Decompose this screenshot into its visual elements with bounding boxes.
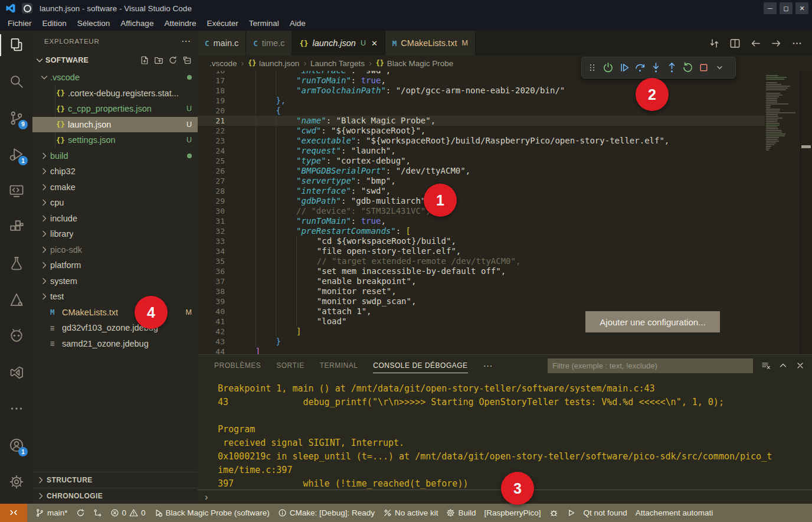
status-auto-attach[interactable]: Attachement automati xyxy=(636,508,713,517)
tree-item-launch-json[interactable]: {}launch.jsonU xyxy=(32,117,198,133)
menu-fichier[interactable]: Fichier xyxy=(2,17,37,31)
debug-step-out-button[interactable] xyxy=(664,60,680,76)
menu-edition[interactable]: Edition xyxy=(37,17,72,31)
breadcrumb-item[interactable]: Launch Targets xyxy=(310,59,365,68)
maximize-button[interactable]: ◻ xyxy=(780,2,793,14)
status-run-target[interactable] xyxy=(567,508,575,517)
menu-terminal[interactable]: Terminal xyxy=(244,17,284,31)
status-qt-status[interactable]: Qt not found xyxy=(584,508,627,517)
menu-atteindre[interactable]: Atteindre xyxy=(159,17,201,31)
remote-indicator[interactable] xyxy=(0,504,27,522)
status-git-compare[interactable] xyxy=(93,508,102,517)
tree-item--cortex-debug-registers-stat-[interactable]: {}.cortex-debug.registers.stat... xyxy=(32,86,198,102)
menu-sélection[interactable]: Sélection xyxy=(72,17,116,31)
close-button[interactable] xyxy=(795,361,805,370)
status-debug-target[interactable] xyxy=(549,508,558,517)
explorer-icon xyxy=(9,37,24,53)
tree-item-cmake[interactable]: cmake xyxy=(32,180,198,195)
tree-item-settings-json[interactable]: {}settings.jsonU xyxy=(32,132,198,148)
arrow-left-button[interactable] xyxy=(750,38,761,49)
debug-power-button[interactable] xyxy=(600,60,616,76)
workspace-section-header[interactable]: SOFTWARE xyxy=(32,51,198,69)
tree-item-build[interactable]: build xyxy=(32,148,198,164)
debug-stop-button[interactable] xyxy=(696,60,712,76)
panel-tab-sortie[interactable]: SORTIE xyxy=(276,355,304,376)
panel-tab-probl-mes[interactable]: PROBLÈMES xyxy=(214,355,261,376)
sidebar-more-icon[interactable]: ⋯ xyxy=(181,35,191,47)
activity-remote-explorer[interactable] xyxy=(0,176,32,205)
status-cmake-build[interactable]: Build xyxy=(446,508,476,517)
activity-testing[interactable] xyxy=(0,249,32,278)
arrow-right-button[interactable] xyxy=(771,38,782,49)
activity-cmake[interactable] xyxy=(0,285,32,314)
tab-main-c[interactable]: Cmain.c xyxy=(198,31,246,56)
activity-search[interactable] xyxy=(0,67,32,96)
status-cmake-kit[interactable]: No active kit xyxy=(383,508,438,517)
new-file-button[interactable] xyxy=(140,56,149,65)
section-structure[interactable]: STRUCTURE xyxy=(32,472,198,488)
activity-visual-studio[interactable] xyxy=(0,358,32,387)
debug-restart-button[interactable] xyxy=(680,60,696,76)
tab-cmakelists-txt[interactable]: MCMakeLists.txtM xyxy=(385,31,476,56)
activity-explorer[interactable] xyxy=(0,31,32,60)
menu-aide[interactable]: Aide xyxy=(284,17,311,31)
tree-item-system[interactable]: system xyxy=(32,273,198,289)
tab-launch-json[interactable]: {}launch.jsonU✕ xyxy=(292,31,385,56)
status-git-branch[interactable]: main* xyxy=(35,508,68,517)
tree-item-cpu[interactable]: cpu xyxy=(32,195,198,211)
panel-tab-terminal[interactable]: TERMINAL xyxy=(320,355,358,376)
activity-more[interactable] xyxy=(0,394,32,423)
tree-item-pico-sdk[interactable]: pico-sdk xyxy=(32,242,198,258)
status-cmake-status[interactable]: CMake: [Debug]: Ready xyxy=(278,508,375,517)
breadcrumb-item[interactable]: .vscode xyxy=(209,59,237,68)
chevron-up-button[interactable] xyxy=(778,361,788,370)
tree-item-test[interactable]: test xyxy=(32,289,198,305)
new-folder-button[interactable] xyxy=(154,56,163,65)
compare-changes-button[interactable] xyxy=(709,38,720,49)
collapse-all-button[interactable] xyxy=(182,56,192,65)
refresh-button[interactable] xyxy=(168,56,178,65)
tree-item-include[interactable]: include xyxy=(32,211,198,227)
tree-item-cmakelists-txt[interactable]: MCMakeLists.txtM xyxy=(32,305,198,321)
status-cmake-target[interactable]: [RaspberryPico] xyxy=(484,508,541,517)
tree-item-gd32vf103-ozone-jdebug[interactable]: ≡gd32vf103_ozone.jdebug xyxy=(32,320,198,336)
tree-item-library[interactable]: library xyxy=(32,226,198,242)
status-git-sync[interactable] xyxy=(76,508,85,517)
panel-more-icon[interactable]: ⋯ xyxy=(483,360,493,371)
activity-settings[interactable] xyxy=(0,467,32,496)
debug-grip-button[interactable] xyxy=(584,60,600,76)
add-configuration-button[interactable]: Ajouter une configuration... xyxy=(585,311,720,332)
tree-item-platform[interactable]: platform xyxy=(32,257,198,273)
activity-platformio[interactable] xyxy=(0,322,32,351)
panel-tab-console-de-d-bogage[interactable]: CONSOLE DE DÉBOGAGE xyxy=(373,355,467,376)
clear-console-button[interactable] xyxy=(761,361,771,370)
breadcrumb-item[interactable]: {}Black Magic Probe xyxy=(376,59,453,68)
status-debug-session[interactable]: Black Magic Probe (software) xyxy=(154,508,270,517)
editor-scrollbar[interactable] xyxy=(800,71,812,354)
debug-console-filter-input[interactable] xyxy=(548,358,753,373)
tree-item--vscode[interactable]: .vscode xyxy=(32,70,198,86)
tree-item-c-cpp-properties-json[interactable]: {}c_cpp_properties.jsonU xyxy=(32,101,198,117)
split-editor-button[interactable] xyxy=(729,38,741,49)
debug-continue-button[interactable] xyxy=(616,60,632,76)
activity-source-control[interactable]: 9 xyxy=(0,103,32,132)
close-tab-icon[interactable]: ✕ xyxy=(371,39,378,48)
tab-time-c[interactable]: Ctime.c xyxy=(246,31,292,56)
debug-step-over-button[interactable] xyxy=(632,60,648,76)
debug-chevron-down-button[interactable] xyxy=(712,60,728,76)
menu-affichage[interactable]: Affichage xyxy=(115,17,159,31)
tree-item-samd21-ozone-jdebug[interactable]: ≡samd21_ozone.jdebug xyxy=(32,336,198,352)
activity-run-debug[interactable]: 1 xyxy=(0,140,32,169)
tree-item-chip32[interactable]: chip32 xyxy=(32,164,198,180)
minimap[interactable] xyxy=(765,71,800,354)
close-button[interactable]: ✕ xyxy=(795,2,808,14)
breadcrumb-item[interactable]: {}launch.json xyxy=(248,59,299,68)
minimize-button[interactable]: ─ xyxy=(764,2,777,14)
status-problems[interactable]: 00 xyxy=(110,508,146,517)
activity-account[interactable]: 1 xyxy=(0,431,32,460)
debug-step-into-button[interactable] xyxy=(648,60,664,76)
more-button[interactable] xyxy=(791,38,803,49)
activity-extensions[interactable] xyxy=(0,213,32,242)
menu-exécuter[interactable]: Exécuter xyxy=(201,17,243,31)
section-chronologie[interactable]: CHRONOLOGIE xyxy=(32,488,198,504)
